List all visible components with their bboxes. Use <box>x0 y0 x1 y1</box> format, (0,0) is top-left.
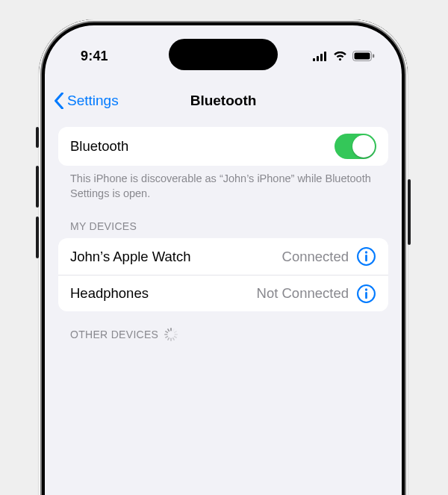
svg-rect-12 <box>365 292 367 299</box>
my-devices-list: John’s Apple Watch Connected Headphones … <box>58 238 388 311</box>
cellular-icon <box>313 52 328 61</box>
svg-rect-14 <box>172 329 175 332</box>
svg-rect-3 <box>324 52 326 61</box>
back-label: Settings <box>67 93 119 109</box>
mute-switch[interactable] <box>36 127 39 148</box>
back-button[interactable]: Settings <box>54 82 119 119</box>
status-icons <box>313 51 375 61</box>
svg-rect-5 <box>355 53 370 60</box>
screen: 9:41 <box>45 25 402 495</box>
loading-spinner-icon <box>164 328 178 341</box>
wifi-icon <box>333 52 347 61</box>
discoverable-note: This iPhone is discoverable as “John’s i… <box>58 166 388 204</box>
my-devices-header-label: MY DEVICES <box>70 220 137 232</box>
bluetooth-toggle[interactable] <box>335 134 376 159</box>
power-button[interactable] <box>408 179 411 245</box>
content: Bluetooth This iPhone is discoverable as… <box>45 127 402 347</box>
page-title: Bluetooth <box>190 93 257 109</box>
chevron-left-icon <box>54 93 64 109</box>
my-devices-header: MY DEVICES <box>58 204 388 238</box>
svg-rect-22 <box>164 334 168 335</box>
svg-rect-1 <box>317 56 319 61</box>
svg-rect-24 <box>167 329 170 332</box>
svg-rect-13 <box>170 328 172 331</box>
svg-rect-18 <box>172 337 175 341</box>
svg-rect-2 <box>320 54 323 61</box>
svg-point-11 <box>365 288 367 290</box>
device-status: Connected <box>282 249 349 265</box>
svg-rect-20 <box>167 337 170 341</box>
bluetooth-toggle-row[interactable]: Bluetooth <box>58 127 388 166</box>
other-devices-header: OTHER DEVICES <box>58 311 388 347</box>
svg-rect-21 <box>165 336 169 339</box>
info-icon <box>356 246 376 267</box>
device-name: John’s Apple Watch <box>70 249 282 265</box>
svg-rect-16 <box>175 334 178 335</box>
volume-down-button[interactable] <box>36 217 39 258</box>
svg-rect-17 <box>174 336 178 339</box>
status-time: 9:41 <box>81 49 108 64</box>
bluetooth-toggle-label: Bluetooth <box>70 138 335 155</box>
svg-rect-0 <box>313 58 315 61</box>
device-status: Not Connected <box>257 285 349 302</box>
svg-rect-15 <box>174 331 178 334</box>
phone-frame: 9:41 <box>39 19 408 495</box>
device-name: Headphones <box>70 285 257 302</box>
battery-icon <box>352 51 375 61</box>
bluetooth-toggle-card: Bluetooth <box>58 127 388 166</box>
nav-bar: Settings Bluetooth <box>45 82 402 119</box>
svg-point-8 <box>365 251 367 253</box>
svg-rect-6 <box>373 55 374 58</box>
svg-rect-19 <box>170 338 172 342</box>
other-devices-header-label: OTHER DEVICES <box>70 329 158 340</box>
device-info-button[interactable] <box>356 246 376 267</box>
info-icon <box>356 284 376 304</box>
device-info-button[interactable] <box>356 284 376 304</box>
svg-rect-23 <box>165 331 169 334</box>
volume-up-button[interactable] <box>36 166 39 208</box>
svg-rect-9 <box>365 255 367 261</box>
device-row[interactable]: Headphones Not Connected <box>58 275 388 311</box>
device-row[interactable]: John’s Apple Watch Connected <box>58 238 388 275</box>
dynamic-island <box>169 39 278 70</box>
